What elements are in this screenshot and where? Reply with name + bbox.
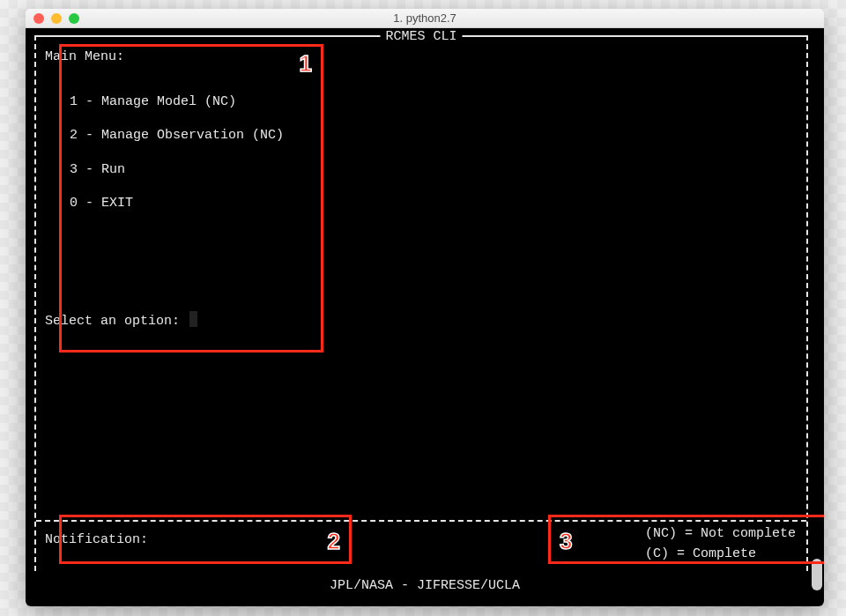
notification-label: Notification: (45, 532, 148, 547)
terminal-window: 1. python2.7 RCMES CLI Main Menu: 1 - Ma… (26, 9, 824, 606)
legend-nc: (NC) = Not complete (645, 524, 796, 545)
titlebar: 1. python2.7 (26, 9, 824, 28)
window-title: 1. python2.7 (26, 11, 824, 25)
cli-title: RCMES CLI (380, 28, 462, 48)
menu-item-3[interactable]: 3 - Run (70, 160, 798, 181)
cli-frame: RCMES CLI Main Menu: 1 - Manage Model (N… (36, 35, 806, 571)
legend: (NC) = Not complete (C) = Complete (645, 524, 796, 564)
cursor-icon (189, 311, 197, 327)
menu-item-1[interactable]: 1 - Manage Model (NC) (70, 93, 798, 113)
notification-area: Notification: (45, 531, 148, 551)
terminal-body[interactable]: RCMES CLI Main Menu: 1 - Manage Model (N… (26, 28, 824, 606)
divider (36, 520, 806, 522)
scrollbar[interactable] (812, 559, 822, 590)
footer: JPL/NASA - JIFRESSE/UCLA (26, 576, 824, 597)
option-prompt: Select an option: (45, 311, 798, 332)
menu-item-0[interactable]: 0 - EXIT (70, 194, 798, 214)
menu-item-2[interactable]: 2 - Manage Observation (NC) (70, 126, 798, 146)
legend-c: (C) = Complete (645, 545, 796, 565)
menu-heading: Main Menu: (45, 48, 798, 68)
prompt-label: Select an option: (45, 314, 180, 329)
main-menu: Main Menu: 1 - Manage Model (NC) 2 - Man… (45, 46, 798, 331)
